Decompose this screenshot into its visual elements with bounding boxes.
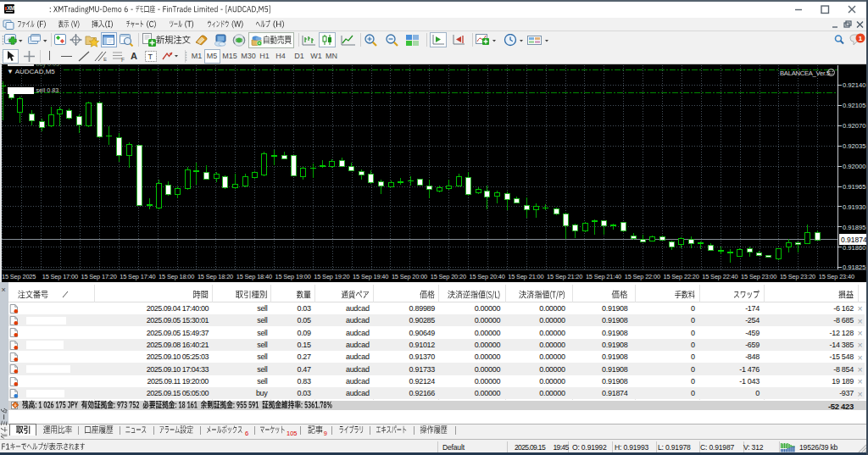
svg-text:15 Sep 22:00: 15 Sep 22:00 [625,273,660,280]
svg-text:15 Sep 2025: 15 Sep 2025 [2,273,36,280]
svg-text:E: E [103,57,107,62]
svg-text:0.91930: 0.91930 [843,203,865,211]
svg-text:15 Sep 19:20: 15 Sep 19:20 [314,273,349,280]
svg-text:0.92140: 0.92140 [843,81,865,89]
svg-text:BALANCEA_Ver.5: BALANCEA_Ver.5 [780,69,830,77]
svg-text:0.92105: 0.92105 [843,102,865,109]
svg-text:0.91860: 0.91860 [843,244,865,252]
svg-text:15 Sep 18:40: 15 Sep 18:40 [236,273,272,280]
svg-text:15 Sep 20:20: 15 Sep 20:20 [431,273,466,280]
svg-text:15 Sep 20:40: 15 Sep 20:40 [470,273,505,280]
svg-text:sell 0.83: sell 0.83 [36,86,59,94]
svg-text:15 Sep 22:20: 15 Sep 22:20 [664,273,699,280]
svg-text:0.92035: 0.92035 [843,142,865,150]
svg-text:F: F [121,57,125,62]
svg-text:15 Sep 17:40: 15 Sep 17:40 [120,273,155,280]
svg-text:15 Sep 17:00: 15 Sep 17:00 [42,273,78,280]
svg-text:15 Sep 19:40: 15 Sep 19:40 [353,273,388,280]
svg-text:15 Sep 20:00: 15 Sep 20:00 [392,273,427,280]
svg-text:15 Sep 23:20: 15 Sep 23:20 [780,273,815,280]
svg-text:0.91895: 0.91895 [843,224,865,231]
svg-text:15 Sep 18:20: 15 Sep 18:20 [198,273,233,280]
svg-text:▼ AUDCAD,M5: ▼ AUDCAD,M5 [7,68,55,75]
svg-text:0.91965: 0.91965 [843,183,865,191]
svg-text:T: T [148,53,153,61]
svg-text:0.91825: 0.91825 [843,264,865,271]
svg-text:1: 1 [859,35,863,42]
svg-text:15 Sep 21:40: 15 Sep 21:40 [586,273,621,280]
svg-text:0.91874: 0.91874 [841,236,867,244]
svg-text:15 Sep 19:00: 15 Sep 19:00 [275,273,311,280]
svg-text:15 Sep 21:00: 15 Sep 21:00 [508,273,543,280]
svg-text:15 Sep 22:40: 15 Sep 22:40 [702,273,737,280]
svg-text:15 Sep 21:20: 15 Sep 21:20 [547,273,582,280]
svg-text:15 Sep 17:20: 15 Sep 17:20 [81,273,117,280]
svg-text:0.92070: 0.92070 [843,122,865,130]
svg-text:15 Sep 23:00: 15 Sep 23:00 [741,273,776,280]
svg-text:15 Sep 18:00: 15 Sep 18:00 [159,273,194,280]
svg-text:0.92000: 0.92000 [843,163,865,170]
svg-text:15 Sep 23:40: 15 Sep 23:40 [819,273,854,280]
